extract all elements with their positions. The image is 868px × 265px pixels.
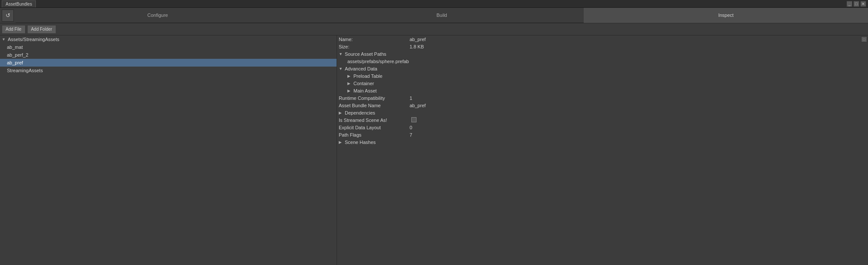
inspect-panel: □ Name: ab_pref Size: 1.8 KB ▼ Source As… — [337, 35, 868, 265]
tree-root[interactable]: ▼ Assets/StreamingAssets — [0, 35, 337, 43]
title-bar: AssetBundles _ □ ✕ — [0, 0, 868, 8]
path-flags-row: Path Flags 7 — [337, 131, 868, 138]
container-arrow: ▶ — [347, 81, 353, 86]
inspect-size-value: 1.8 KB — [410, 44, 424, 49]
inspect-name-label: Name: — [339, 37, 408, 42]
source-asset-paths-arrow: ▼ — [339, 52, 344, 56]
scene-hashes-arrow: ▶ — [339, 140, 344, 144]
explicit-data-layout-row: Explicit Data Layout 0 — [337, 124, 868, 131]
add-folder-label: Add Folder — [31, 27, 52, 32]
explicit-data-layout-value: 0 — [410, 125, 412, 130]
tree-item-ab-mat[interactable]: ab_mat — [0, 43, 337, 51]
scene-hashes-label: Scene Hashes — [345, 140, 376, 145]
tab-configure[interactable]: Configure — [16, 8, 300, 23]
top-bar: ↺ Configure Build Inspect — [0, 8, 868, 23]
close-button[interactable]: ✕ — [860, 1, 866, 7]
advanced-data-label: Advanced Data — [345, 66, 377, 71]
dependencies-label: Dependencies — [345, 110, 375, 115]
path-flags-label: Path Flags — [339, 132, 408, 137]
tree-root-arrow: ▼ — [2, 37, 7, 42]
inspect-size-row: Size: 1.8 KB — [337, 43, 868, 50]
is-streamed-scene-row: Is Streamed Scene As! — [337, 116, 868, 124]
dependencies-arrow: ▶ — [339, 111, 344, 115]
maximize-button[interactable]: □ — [853, 1, 859, 7]
source-asset-paths-label: Source Asset Paths — [345, 51, 386, 57]
path-flags-value: 7 — [410, 132, 412, 137]
asset-bundle-name-value: ab_pref — [410, 103, 426, 108]
asset-bundle-name-label: Asset Bundle Name — [339, 103, 408, 108]
add-file-button[interactable]: Add File — [2, 25, 25, 34]
tree-item-ab-pref-label: ab_pref — [7, 60, 23, 65]
asset-bundle-name-row: Asset Bundle Name ab_pref — [337, 102, 868, 109]
source-asset-paths-section[interactable]: ▼ Source Asset Paths — [337, 50, 868, 57]
main-asset-label: Main Asset — [353, 88, 377, 93]
tree-item-ab-mat-label: ab_mat — [7, 45, 23, 50]
advanced-data-arrow: ▼ — [339, 67, 344, 71]
explicit-data-layout-label: Explicit Data Layout — [339, 125, 408, 130]
tree-item-streaming-assets[interactable]: StreamingAssets — [0, 67, 337, 74]
tree-item-ab-perf-2-label: ab_perf_2 — [7, 52, 29, 57]
runtime-compat-value: 1 — [410, 96, 412, 101]
title-tab-label: AssetBundles — [6, 2, 32, 6]
is-streamed-scene-checkbox[interactable] — [410, 117, 417, 123]
nav-tabs-container: Configure Build Inspect — [16, 8, 868, 23]
runtime-compat-row: Runtime Compatibility 1 — [337, 94, 868, 102]
action-buttons-bar: Add File Add Folder — [0, 23, 868, 35]
source-asset-path-text: assets/prefabs/sphere.prefab — [347, 59, 409, 64]
container-row[interactable]: ▶ Container — [337, 80, 868, 87]
preload-table-arrow: ▶ — [347, 74, 353, 78]
refresh-icon: ↺ — [6, 12, 10, 19]
refresh-button[interactable]: ↺ — [2, 10, 14, 22]
title-tab[interactable]: AssetBundles — [2, 0, 36, 7]
tab-configure-label: Configure — [147, 13, 168, 18]
runtime-compat-label: Runtime Compatibility — [339, 96, 408, 101]
source-asset-path-value: assets/prefabs/sphere.prefab — [337, 57, 868, 65]
add-folder-button[interactable]: Add Folder — [27, 25, 56, 34]
advanced-data-section[interactable]: ▼ Advanced Data — [337, 65, 868, 72]
dependencies-row[interactable]: ▶ Dependencies — [337, 109, 868, 116]
is-streamed-checkbox-icon[interactable] — [411, 117, 417, 122]
tree-root-label: Assets/StreamingAssets — [8, 37, 59, 42]
asset-panel: ▼ Assets/StreamingAssets ab_mat ab_perf_… — [0, 35, 337, 265]
tree-item-ab-pref[interactable]: ab_pref — [0, 59, 337, 67]
add-file-label: Add File — [6, 27, 22, 32]
is-streamed-scene-label: Is Streamed Scene As! — [339, 118, 408, 123]
inspect-name-value: ab_pref — [410, 37, 426, 42]
inspect-size-label: Size: — [339, 44, 408, 49]
minimize-button[interactable]: _ — [846, 1, 852, 7]
tree-item-ab-perf-2[interactable]: ab_perf_2 — [0, 51, 337, 59]
main-content: ▼ Assets/StreamingAssets ab_mat ab_perf_… — [0, 35, 868, 265]
preload-table-label: Preload Table — [353, 73, 382, 79]
tab-build[interactable]: Build — [300, 8, 584, 23]
title-bar-controls: _ □ ✕ — [846, 1, 866, 7]
tree-item-streaming-assets-label: StreamingAssets — [7, 68, 43, 73]
tab-inspect-label: Inspect — [718, 13, 733, 18]
tab-inspect[interactable]: Inspect — [584, 8, 868, 23]
main-asset-arrow: ▶ — [347, 89, 353, 93]
scene-hashes-row[interactable]: ▶ Scene Hashes — [337, 138, 868, 146]
tab-build-label: Build — [436, 13, 447, 18]
inspect-name-row: Name: ab_pref — [337, 35, 868, 43]
container-label: Container — [353, 81, 374, 86]
preload-table-row[interactable]: ▶ Preload Table — [337, 72, 868, 80]
main-asset-row[interactable]: ▶ Main Asset — [337, 87, 868, 94]
inspect-panel-icon[interactable]: □ — [861, 36, 867, 42]
